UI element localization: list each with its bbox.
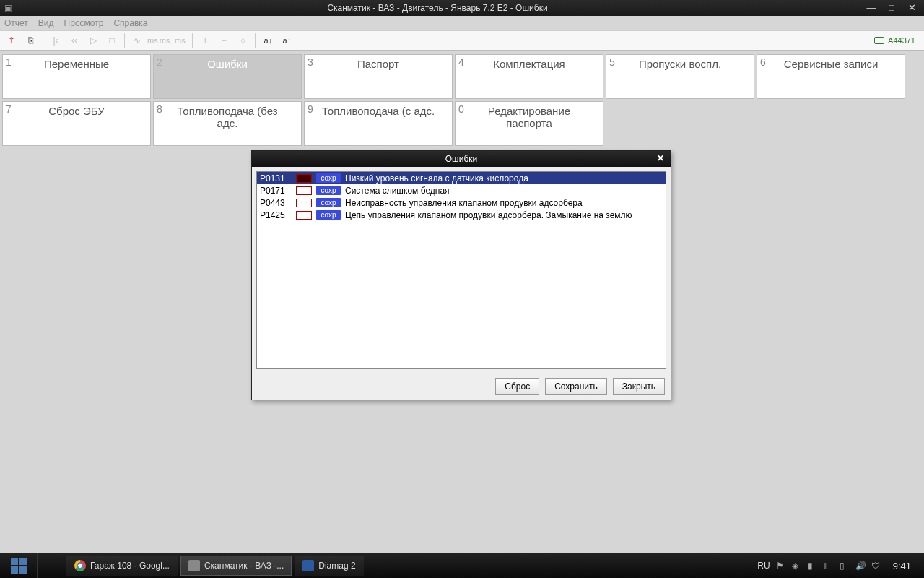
maximize-button[interactable]: □ [886,3,897,13]
signal-icon[interactable]: ▮ [808,561,818,571]
error-row[interactable]: P1425сохрЦепь управления клапаном продув… [257,209,666,221]
tab-0[interactable]: 0Редактирование паспорта [455,101,603,146]
error-tag: сохр [316,210,341,220]
up-button[interactable]: ↥ [3,33,20,48]
save-button[interactable]: Сохранить [545,378,607,395]
tab-5[interactable]: 5Пропуски воспл. [606,54,754,99]
error-description: Система слишком бедная [345,186,663,196]
volume-icon[interactable]: 🔊 [855,561,866,571]
error-row[interactable]: P0131сохрНизкий уровень сигнала с датчик… [257,172,666,184]
bars-icon[interactable]: ⫴ [824,561,834,571]
adapter-counter: A44371 [873,35,921,46]
insert-button[interactable]: ⎀ [234,33,251,48]
tab-2[interactable]: 2Ошибки [153,54,302,99]
tab-4[interactable]: 4Комплектация [455,54,603,99]
remove-row-button[interactable]: − [215,33,232,48]
separator [43,33,43,48]
sort-asc-button[interactable]: a↓ [259,33,276,48]
nav-stop-button[interactable]: □ [103,33,121,48]
tab-number: 6 [760,56,766,68]
minimize-button[interactable]: — [866,3,876,13]
error-description: Низкий уровень сигнала с датчика кислоро… [345,173,663,184]
menu-preview[interactable]: Просмотр [64,18,104,28]
lang-indicator[interactable]: RU [757,561,770,571]
nav-play-button[interactable]: ▷ [84,33,102,48]
add-row-button[interactable]: + [196,33,214,48]
tab-7[interactable]: 7Сброс ЭБУ [2,101,151,146]
taskbar-item[interactable]: Diamag 2 [295,556,363,576]
tab-6[interactable]: 6Сервисные записи [757,54,905,99]
app-icon: ▣ [0,3,16,13]
error-code: P0131 [260,173,292,184]
clock[interactable]: 9:41 [887,561,917,571]
taskbar-item[interactable]: Сканматик - ВАЗ -... [180,556,292,576]
tab-8[interactable]: 8Топливоподача (без адс. [153,101,302,146]
adapter-icon [873,35,885,46]
tab-label: Сброс ЭБУ [48,105,105,117]
start-button[interactable] [0,553,38,578]
menu-help[interactable]: Справка [113,18,147,28]
menubar: Отчет Вид Просмотр Справка [0,16,924,30]
taskbar-item[interactable]: Гараж 108 - Googl... [66,556,178,576]
dialog-close-button[interactable]: ✕ [655,153,666,163]
tab-3[interactable]: 3Паспорт [304,54,453,99]
tab-label: Редактирование паспорта [468,105,590,129]
error-tag: сохр [316,186,341,195]
tab-number: 0 [458,103,464,115]
shield-icon[interactable]: 🛡 [871,561,881,571]
taskbar-app-label: Diamag 2 [318,561,355,571]
tab-number: 4 [458,56,464,68]
error-row[interactable]: P0443сохрНеисправность управления клапан… [257,197,666,209]
sort-desc-button[interactable]: a↑ [278,33,295,48]
tab-number: 2 [157,56,162,68]
ms-label-2: ms [160,36,170,45]
dialog-title: Ошибки [445,154,478,164]
error-row[interactable]: P0171сохрСистема слишком бедная [257,184,666,197]
error-code: P0171 [260,186,292,196]
taskbar-app-icon [188,560,200,571]
battery-icon[interactable]: ▯ [840,561,850,571]
close-button[interactable]: ✕ [907,3,917,13]
tab-1[interactable]: 1Переменные [2,54,151,99]
close-button[interactable]: Закрыть [613,378,665,395]
toolbar: ↥ ⎘ |‹ ‹‹ ▷ □ ∿ ms ms ms + − ⎀ a↓ a↑ A44… [0,30,924,51]
error-tag: сохр [316,198,341,207]
tab-number: 8 [157,103,162,115]
tab-label: Ошибки [207,58,248,70]
reset-button[interactable]: Сброс [495,378,539,395]
tab-label: Топливоподача (с адс. [322,105,435,117]
taskbar: Гараж 108 - Googl...Сканматик - ВАЗ -...… [0,553,924,578]
tab-9[interactable]: 9Топливоподача (с адс. [304,101,453,146]
error-indicator [296,199,312,207]
window-titlebar: ▣ Сканматик - ВАЗ - Двигатель - Январь 7… [0,0,924,16]
window-title: Сканматик - ВАЗ - Двигатель - Январь 7.2… [16,3,859,13]
nav-prev-button[interactable]: ‹‹ [66,33,83,48]
error-description: Неисправность управления клапаном продув… [345,198,663,208]
network-icon[interactable]: ◈ [792,561,802,571]
errors-dialog: Ошибки ✕ P0131сохрНизкий уровень сигнала… [251,150,671,400]
export-button[interactable]: ⎘ [22,33,39,48]
error-tag: сохр [316,173,341,183]
tab-label: Переменные [44,58,109,70]
tab-number: 7 [6,103,12,115]
tab-grid: 1Переменные2Ошибки3Паспорт4Комплектация5… [0,51,924,150]
errors-list[interactable]: P0131сохрНизкий уровень сигнала с датчик… [256,171,666,369]
window-controls: — □ ✕ [859,3,924,13]
separator [124,33,125,48]
tab-number: 3 [308,56,313,68]
menu-report[interactable]: Отчет [4,18,28,28]
menu-view[interactable]: Вид [38,18,54,28]
system-tray: RU ⚑ ◈ ▮ ⫴ ▯ 🔊 🛡 9:41 [750,561,924,571]
taskbar-app-icon [74,560,86,571]
error-code: P0443 [260,198,292,208]
tab-label: Паспорт [357,58,399,70]
tab-label: Комплектация [493,58,565,70]
wave-icon[interactable]: ∿ [128,33,146,48]
ms-label-3: ms [171,33,188,48]
dialog-titlebar: Ошибки ✕ [252,151,671,167]
taskbar-app-label: Гараж 108 - Googl... [90,561,170,571]
nav-first-button[interactable]: |‹ [47,33,64,48]
tab-label: Сервисные записи [784,58,879,70]
tray-icon[interactable]: ⚑ [776,561,786,571]
error-code: P1425 [260,210,292,220]
